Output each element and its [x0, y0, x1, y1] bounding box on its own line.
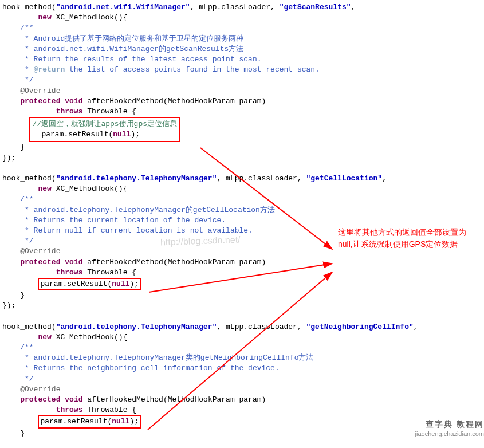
javadoc: /** — [20, 195, 33, 203]
javadoc: */ — [20, 237, 33, 245]
class-name: XC_MethodHook(){ — [52, 13, 128, 22]
brace-close: }); — [2, 301, 15, 310]
annotation: @Override — [20, 385, 60, 394]
fn-call: hook_method( — [2, 3, 56, 11]
args-sep: , mLpp.classLoader, — [217, 323, 306, 331]
brace-close: }); — [2, 154, 15, 162]
class-name: XC_MethodHook(){ — [52, 184, 128, 193]
javadoc: * android.net.wifi.WifiManager的getScanRe… — [20, 45, 243, 53]
keyword-protected: protected — [20, 97, 60, 105]
throws-type: Throwable { — [82, 406, 136, 414]
statement: param.setResult( — [40, 417, 112, 426]
args-sep: , mLpp.classLoader, — [190, 3, 280, 11]
string-literal: "getCellLocation" — [306, 174, 383, 183]
keyword-new: new — [38, 13, 51, 22]
string-literal: "android.net.wifi.WifiManager" — [56, 3, 190, 11]
javadoc: * — [20, 65, 33, 74]
comma: , — [382, 174, 387, 183]
keyword-protected: protected — [20, 258, 60, 266]
javadoc: * android.telephony.TelephonyManager类的ge… — [20, 353, 313, 362]
method-sig: afterHookedMethod(MethodHookParam param) — [82, 97, 266, 105]
string-literal: "getScanResults" — [280, 3, 351, 11]
method-sig: afterHookedMethod(MethodHookParam param) — [82, 395, 266, 404]
annotation: @Override — [20, 247, 60, 256]
keyword-null: null — [112, 280, 129, 288]
javadoc: /** — [20, 23, 33, 32]
method-sig: afterHookedMethod(MethodHookParam param) — [82, 258, 266, 266]
brace-close: } — [2, 291, 25, 300]
highlighted-box: param.setResult(null); — [38, 415, 141, 428]
footer-title: 查字典 教程网 — [426, 419, 484, 429]
keyword-throws: throws — [56, 406, 83, 414]
keyword-null: null — [113, 130, 131, 139]
keyword-null: null — [112, 417, 129, 426]
javadoc: */ — [20, 375, 33, 383]
annotation-line1: 这里将其他方式的返回值全部设置为 — [338, 227, 466, 237]
javadoc: /** — [20, 343, 33, 352]
keyword-void: void — [65, 258, 82, 266]
javadoc: */ — [20, 76, 33, 84]
annotation-line2: null,让系统强制使用GPS定位数据 — [338, 239, 458, 249]
class-name: XC_MethodHook(){ — [52, 333, 128, 341]
fn-call: hook_method( — [2, 174, 56, 183]
keyword-new: new — [38, 184, 51, 193]
args-sep: , mLpp.classLoader, — [217, 174, 306, 183]
statement: param.setResult( — [41, 130, 113, 139]
comma: , — [351, 3, 356, 11]
annotation: @Override — [20, 87, 60, 95]
comma: , — [414, 323, 418, 331]
brace-close: } — [2, 429, 25, 438]
line-comment: //返回空，就强制让apps使用gps定位信息 — [33, 120, 177, 128]
string-literal: "getNeighboringCellInfo" — [306, 323, 414, 331]
statement: param.setResult( — [40, 280, 112, 288]
highlighted-box: //返回空，就强制让apps使用gps定位信息 param.setResult(… — [29, 117, 180, 142]
throws-type: Throwable { — [82, 107, 136, 116]
code-block: hook_method("android.net.wifi.WifiManage… — [2, 2, 484, 439]
throws-type: Throwable { — [82, 268, 136, 277]
javadoc: * Returns the neighboring cell informati… — [20, 364, 279, 372]
keyword-protected: protected — [20, 395, 60, 404]
statement-end: ); — [131, 130, 140, 139]
brace-close: } — [2, 143, 25, 151]
statement-end: ); — [129, 280, 139, 288]
javadoc: * Returns the current location of the de… — [20, 216, 226, 225]
string-literal: "android.telephony.TelephonyManager" — [56, 323, 217, 331]
source-attribution: 查字典 教程网 jiaocheng.chazidian.com — [415, 419, 484, 439]
annotation-callout: 这里将其他方式的返回值全部设置为 null,让系统强制使用GPS定位数据 — [338, 226, 475, 250]
javadoc: * Return null if current location is not… — [20, 226, 253, 235]
keyword-void: void — [65, 395, 82, 404]
javadoc-tag: @return — [34, 65, 65, 74]
javadoc: the list of access points found in the m… — [65, 65, 320, 74]
keyword-void: void — [65, 97, 82, 105]
footer-url: jiaocheng.chazidian.com — [415, 430, 484, 437]
keyword-new: new — [38, 333, 51, 341]
keyword-throws: throws — [56, 107, 83, 116]
keyword-throws: throws — [56, 268, 83, 277]
fn-call: hook_method( — [2, 323, 56, 331]
statement-end: ); — [129, 417, 139, 426]
javadoc: * Return the results of the latest acces… — [20, 55, 261, 64]
javadoc: * android.telephony.TelephonyManager的get… — [20, 206, 275, 214]
javadoc: * Android提供了基于网络的定位服务和基于卫星的定位服务两种 — [20, 34, 243, 43]
string-literal: "android.telephony.TelephonyManager" — [56, 174, 217, 183]
highlighted-box: param.setResult(null); — [38, 278, 141, 290]
